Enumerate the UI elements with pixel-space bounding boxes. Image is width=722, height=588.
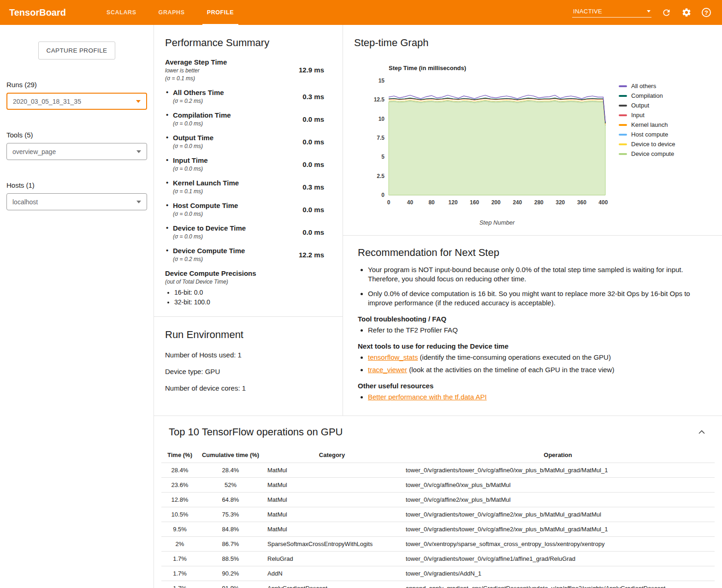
- perf-item-value: 0.0 ms: [302, 206, 324, 214]
- table-cell: 88.5%: [198, 552, 263, 566]
- table-cell: MatMul: [263, 463, 401, 478]
- perf-item-label: Host Compute Time: [173, 202, 298, 209]
- table-row: 12.8%64.8%MatMultower_0/v/cg/affine2/xw_…: [161, 493, 715, 507]
- tab-graphs[interactable]: GRAPHS: [148, 0, 196, 25]
- chart-wrap: Step Time (in milliseconds) 02.557.51012…: [354, 65, 711, 226]
- hosts-select[interactable]: localhost: [6, 193, 147, 210]
- chevron-down-icon: [136, 100, 141, 103]
- table-cell: MatMul: [263, 522, 401, 537]
- run-environment-card: Run Environment Number of Hosts used: 1D…: [154, 317, 343, 413]
- svg-text:10: 10: [379, 116, 385, 122]
- perf-item-sigma: (σ = 0.2 ms): [173, 98, 298, 104]
- legend-label: Device to device: [631, 141, 675, 148]
- step-time-chart: 02.557.51012.515040801201602002402803203…: [368, 75, 612, 214]
- legend-label: Host compute: [631, 131, 668, 138]
- perf-item-value: 0.0 ms: [302, 228, 324, 236]
- table-cell: SparseSoftmaxCrossEntropyWithLogits: [263, 537, 401, 552]
- svg-text:80: 80: [428, 199, 435, 206]
- legend-item: All others: [619, 81, 675, 91]
- svg-text:120: 120: [449, 199, 458, 206]
- chevron-up-icon[interactable]: [696, 428, 707, 436]
- precision-item: 16-bit: 0.0: [174, 289, 324, 296]
- table-header-cell: Cumulative time (%): [198, 447, 263, 463]
- svg-text:0: 0: [381, 192, 385, 198]
- tab-scalars[interactable]: SCALARS: [95, 0, 148, 25]
- svg-text:280: 280: [534, 199, 544, 206]
- perf-item-value: 0.0 ms: [302, 160, 324, 168]
- trace-viewer-link[interactable]: trace_viewer: [368, 366, 407, 374]
- table-cell: 52%: [198, 478, 263, 493]
- average-step-time-sigma: (σ = 0.1 ms): [165, 75, 294, 82]
- svg-text:2.5: 2.5: [377, 173, 385, 179]
- recommendation-title: Recommendation for Next Step: [358, 247, 707, 259]
- performance-summary-card: Performance Summary Average Step Time lo…: [154, 25, 343, 317]
- svg-text:400: 400: [598, 199, 608, 206]
- table-cell: 10.5%: [161, 507, 198, 522]
- tensorflow-stats-link[interactable]: tensorflow_stats: [368, 353, 418, 361]
- legend-swatch: [619, 105, 627, 107]
- perf-item-label: All Others Time: [173, 89, 298, 96]
- perf-item-sigma: (σ = 0.2 ms): [173, 256, 294, 262]
- device-compute-precisions: Device Compute Precisions (out of Total …: [165, 269, 324, 306]
- table-cell: 75.3%: [198, 507, 263, 522]
- precisions-title: Device Compute Precisions: [165, 269, 324, 277]
- perf-item-label: Output Time: [173, 134, 298, 142]
- top-ops-title: Top 10 TensorFlow operations on GPU: [169, 426, 343, 438]
- table-cell: MatMul: [263, 493, 401, 507]
- table-row: 10.5%75.3%MatMultower_0/v/gradients/towe…: [161, 507, 715, 522]
- run-environment-lines: Number of Hosts used: 1Device type: GPUN…: [165, 351, 331, 392]
- tab-profile[interactable]: PROFILE: [196, 0, 245, 25]
- legend-swatch: [619, 85, 627, 87]
- perf-summary-item: Output Time(σ = 0.0 ms)0.0 ms: [165, 134, 324, 149]
- gear-icon[interactable]: [681, 7, 692, 18]
- tools-select[interactable]: overview_page: [6, 143, 147, 160]
- table-cell: 64.8%: [198, 493, 263, 507]
- table-cell: MatMul: [263, 507, 401, 522]
- faq-list: Refer to the TF2 Profiler FAQ: [358, 326, 707, 335]
- table-cell: 28.4%: [198, 463, 263, 478]
- precisions-list: 16-bit: 0.032-bit: 100.0: [165, 289, 324, 306]
- legend-item: Output: [619, 101, 675, 110]
- runs-label: Runs (29): [6, 81, 154, 89]
- tfdata-api-link[interactable]: Better performance with the tf.data API: [368, 393, 487, 401]
- help-icon[interactable]: ?: [702, 8, 711, 17]
- legend-item: Device compute: [619, 149, 675, 159]
- table-cell: 2%: [161, 537, 198, 552]
- table-cell: 90.2%: [198, 566, 263, 581]
- chevron-down-icon: [136, 201, 141, 203]
- table-cell: tower_0/v/xentropy/sparse_softmax_cross_…: [401, 537, 715, 552]
- legend-swatch: [619, 153, 627, 155]
- table-header-row: Time (%)Cumulative time (%)CategoryOpera…: [161, 447, 715, 463]
- table-cell: ReluGrad: [263, 552, 401, 566]
- legend-swatch: [619, 95, 627, 97]
- perf-item-sigma: (σ = 0.0 ms): [173, 143, 298, 149]
- table-cell: tower_0/v/cg/affine0/xw_plus_b/MatMul: [401, 478, 715, 493]
- perf-item-sigma: (σ = 0.0 ms): [173, 120, 298, 127]
- runs-select[interactable]: 2020_03_05_18_31_35: [6, 93, 147, 110]
- table-cell: 9.5%: [161, 522, 198, 537]
- svg-text:0: 0: [387, 199, 391, 206]
- hosts-select-value: localhost: [12, 198, 38, 206]
- refresh-icon[interactable]: [662, 8, 671, 18]
- table-cell: 1.7%: [161, 566, 198, 581]
- capture-profile-button[interactable]: CAPTURE PROFILE: [38, 42, 115, 59]
- table-row: 2%86.7%SparseSoftmaxCrossEntropyWithLogi…: [161, 537, 715, 552]
- table-cell: 86.7%: [198, 537, 263, 552]
- faq-heading: Tool troubleshooting / FAQ: [358, 315, 707, 323]
- table-cell: tower_0/v/cg/affine2/xw_plus_b/MatMul: [401, 493, 715, 507]
- next-tools-heading: Next tools to use for reducing the Devic…: [358, 342, 707, 350]
- perf-item-sigma: (σ = 0.1 ms): [173, 188, 298, 195]
- step-time-graph-title: Step-time Graph: [354, 37, 711, 49]
- table-cell: 91.9%: [198, 581, 263, 588]
- svg-text:15: 15: [379, 77, 385, 84]
- status-dropdown[interactable]: INACTIVE: [572, 8, 651, 18]
- legend-swatch: [619, 124, 627, 126]
- next-tools-item-text: (look at the activities on the timeline …: [407, 366, 614, 374]
- top-ops-table: Time (%)Cumulative time (%)CategoryOpera…: [161, 447, 715, 588]
- perf-item-sigma: (σ = 0.0 ms): [173, 211, 298, 217]
- recommendation-item: Your program is NOT input-bound because …: [368, 265, 707, 284]
- chevron-down-icon: [136, 150, 141, 153]
- table-header-cell: Category: [263, 447, 401, 463]
- chart-title: Step Time (in milliseconds): [389, 65, 612, 71]
- legend-swatch: [619, 114, 627, 116]
